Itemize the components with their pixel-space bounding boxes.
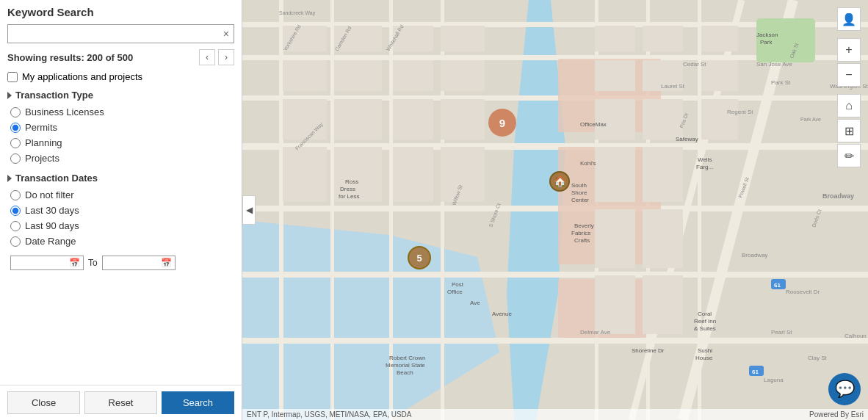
- svg-rect-41: [595, 60, 635, 91]
- permits-label[interactable]: Permits: [25, 122, 57, 133]
- last-30-days-radio[interactable]: [10, 206, 21, 216]
- svg-text:Laguna: Laguna: [764, 377, 784, 383]
- svg-text:Delmar Ave: Delmar Ave: [580, 329, 611, 336]
- date-from-input[interactable]: [14, 258, 69, 268]
- reset-button[interactable]: Reset: [84, 391, 157, 414]
- keyword-search-input[interactable]: [8, 26, 219, 43]
- projects-label[interactable]: Projects: [25, 153, 59, 164]
- svg-text:Memorial State: Memorial State: [386, 362, 425, 369]
- search-button[interactable]: Search: [162, 391, 234, 414]
- my-apps-label[interactable]: My applications and projects: [22, 71, 142, 82]
- svg-text:Beach: Beach: [397, 369, 413, 376]
- transaction-type-group: Business Licenses Permits Planning Proje…: [10, 106, 234, 164]
- svg-text:Calhoun St: Calhoun St: [845, 333, 868, 339]
- transaction-type-permits: Permits: [10, 122, 234, 133]
- transaction-type-planning: Planning: [10, 137, 234, 148]
- planning-radio[interactable]: [10, 138, 21, 148]
- home-extent-button[interactable]: ⌂: [837, 94, 861, 117]
- svg-text:Post: Post: [452, 281, 464, 288]
- chat-icon: 💬: [835, 380, 855, 399]
- svg-rect-51: [595, 275, 635, 334]
- cluster-marker-5[interactable]: 5: [408, 246, 431, 269]
- next-page-button[interactable]: ›: [218, 49, 234, 65]
- svg-text:Broadway: Broadway: [822, 192, 854, 200]
- chat-button[interactable]: 💬: [828, 373, 861, 405]
- transaction-type-business: Business Licenses: [10, 106, 234, 117]
- draw-icon: ✏: [845, 149, 854, 163]
- date-to-field: 📅: [102, 256, 176, 270]
- svg-rect-48: [643, 147, 683, 202]
- svg-text:Kohl's: Kohl's: [580, 160, 596, 167]
- last-90-days-radio[interactable]: [10, 221, 21, 231]
- keyword-search-input-row: ×: [7, 24, 234, 43]
- home-extent-icon: ⌂: [845, 99, 853, 112]
- zoom-in-button[interactable]: +: [837, 38, 861, 62]
- home-map-marker[interactable]: 🏠: [549, 171, 570, 192]
- svg-rect-25: [441, 26, 485, 51]
- attribution-right: Powered By Esri: [809, 410, 864, 419]
- date-last30-row: Last 30 days: [10, 205, 234, 216]
- svg-rect-43: [701, 60, 738, 91]
- panel-footer: Close Reset Search: [0, 385, 242, 420]
- svg-text:Center: Center: [571, 197, 589, 203]
- date-range-label[interactable]: Date Range: [25, 236, 76, 247]
- business-licenses-radio[interactable]: [10, 107, 21, 117]
- date-to-input[interactable]: [106, 258, 161, 268]
- clear-search-button[interactable]: ×: [219, 25, 234, 43]
- user-profile-button[interactable]: 👤: [837, 7, 861, 31]
- my-apps-row: My applications and projects: [7, 71, 234, 82]
- svg-text:Robert Crown: Robert Crown: [389, 355, 425, 361]
- zoom-out-icon: −: [845, 68, 852, 82]
- zoom-out-button[interactable]: −: [837, 63, 861, 87]
- cluster-marker-9[interactable]: 9: [488, 109, 516, 137]
- svg-text:Shoreline Dr: Shoreline Dr: [632, 347, 665, 354]
- calendar-to-icon[interactable]: 📅: [161, 258, 172, 268]
- date-range-row: Date Range: [10, 236, 234, 247]
- transaction-dates-triangle-icon: [7, 175, 12, 182]
- home-marker-icon: 🏠: [554, 175, 566, 187]
- no-filter-label[interactable]: Do not filter: [25, 189, 73, 200]
- svg-text:Roosevelt Dr: Roosevelt Dr: [786, 289, 820, 295]
- svg-rect-47: [595, 147, 635, 202]
- no-filter-radio[interactable]: [10, 190, 21, 200]
- cluster-5-count: 5: [416, 253, 422, 264]
- svg-text:Park: Park: [760, 39, 773, 46]
- svg-rect-50: [643, 209, 683, 268]
- close-button[interactable]: Close: [7, 391, 80, 414]
- svg-rect-32: [393, 99, 433, 140]
- svg-text:61: 61: [752, 369, 759, 375]
- svg-rect-36: [393, 147, 433, 202]
- pagination-controls: ‹ ›: [199, 49, 234, 65]
- svg-text:Sushi: Sushi: [698, 347, 712, 354]
- map-background: Yorkshire Rd Camden Rd Whitehall Rd Sand…: [242, 0, 868, 420]
- svg-text:South: South: [571, 182, 587, 189]
- map-attribution: ENT P, Intermap, USGS, METI/NASA, EPA, U…: [242, 409, 868, 420]
- prev-page-button[interactable]: ‹: [199, 49, 215, 65]
- map-controls: 👤 + − ⌂ ⊞ ✏: [837, 7, 861, 167]
- svg-text:Clay St: Clay St: [808, 355, 828, 361]
- svg-text:Coral: Coral: [698, 311, 712, 317]
- business-licenses-label[interactable]: Business Licenses: [25, 106, 104, 117]
- toggle-panel-button[interactable]: ◀: [242, 195, 256, 225]
- svg-rect-30: [283, 99, 327, 140]
- map-area[interactable]: Yorkshire Rd Camden Rd Whitehall Rd Sand…: [242, 0, 868, 420]
- last-30-days-label[interactable]: Last 30 days: [25, 205, 79, 216]
- layers-icon: ⊞: [845, 124, 854, 138]
- permits-radio[interactable]: [10, 123, 21, 133]
- last-90-days-label[interactable]: Last 90 days: [25, 220, 79, 231]
- my-apps-checkbox[interactable]: [7, 72, 18, 82]
- projects-radio[interactable]: [10, 153, 21, 164]
- calendar-from-icon[interactable]: 📅: [69, 258, 80, 268]
- svg-text:Cedar St: Cedar St: [683, 61, 706, 68]
- layers-button[interactable]: ⊞: [837, 119, 861, 142]
- planning-label[interactable]: Planning: [25, 137, 62, 148]
- svg-text:61: 61: [774, 282, 781, 289]
- to-label: To: [88, 258, 98, 268]
- svg-rect-5: [242, 272, 868, 278]
- svg-rect-39: [643, 26, 683, 51]
- draw-button[interactable]: ✏: [837, 144, 861, 167]
- svg-text:Broadway: Broadway: [742, 252, 768, 258]
- svg-text:& Suites: & Suites: [694, 325, 716, 332]
- svg-rect-38: [595, 26, 635, 51]
- date-range-radio[interactable]: [10, 236, 21, 247]
